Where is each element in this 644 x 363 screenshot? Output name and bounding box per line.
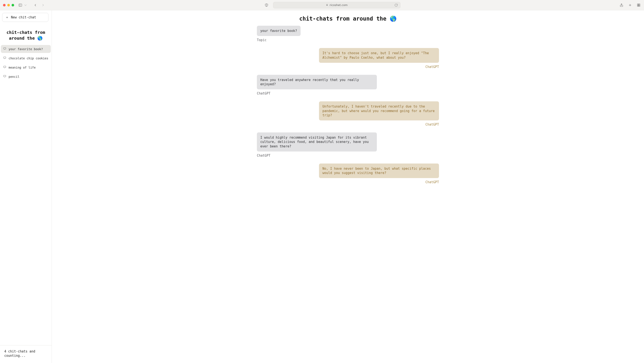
message-bubble: No, I have never been to Japan, but what… [319, 164, 439, 178]
message-row: Have you traveled anywhere recently that… [257, 75, 439, 96]
chat-bubble-icon [3, 75, 6, 78]
address-bar-host: ricoshet.com [330, 4, 348, 7]
maximize-window-button[interactable] [12, 4, 14, 6]
forward-button[interactable] [41, 3, 46, 8]
message-row: It's hard to choose just one, but I real… [257, 48, 439, 69]
window-controls [3, 4, 14, 6]
message-bubble: Unfortunately, I haven't traveled recent… [319, 101, 439, 120]
chat-bubble-icon [3, 47, 6, 51]
message-sender: ChatGPT [426, 180, 439, 184]
bottom-fade [52, 348, 644, 363]
svg-rect-10 [639, 5, 640, 6]
message-sender: ChatGPT [257, 92, 270, 95]
message-sender: Topic [257, 38, 266, 42]
message-bubble: Have you traveled anywhere recently that… [257, 75, 377, 90]
new-chitchat-label: New chit-chat [11, 16, 36, 19]
message-row: your favorite book?Topic [257, 26, 439, 42]
back-button[interactable] [33, 3, 38, 8]
chitchat-list: your favorite book?chocolate chip cookie… [0, 45, 52, 345]
sidebar-item-chitchat[interactable]: meaning of life [1, 64, 51, 71]
sidebar-item-chitchat[interactable]: your favorite book? [1, 45, 51, 53]
message-thread: your favorite book?TopicIt's hard to cho… [257, 26, 439, 203]
sidebar-footer: 4 chit-chats and counting... [0, 345, 52, 363]
lock-icon [326, 4, 328, 7]
share-icon[interactable] [619, 3, 624, 8]
message-sender: ChatGPT [257, 154, 270, 158]
reload-button[interactable] [394, 3, 398, 8]
thread-scroll[interactable]: your favorite book?TopicIt's hard to cho… [52, 26, 644, 363]
chevron-down-icon[interactable] [23, 3, 28, 8]
sidebar-item-label: pencil [8, 75, 20, 78]
main-content: chit-chats from around the 🌎 your favori… [52, 10, 644, 363]
sidebar: ＋ New chit-chat chit-chats from around t… [0, 10, 52, 363]
sidebar-item-label: your favorite book? [8, 47, 43, 51]
sidebar-title: chit-chats from around the 🌎 [0, 24, 52, 45]
message-sender: ChatGPT [426, 65, 439, 69]
sidebar-item-chitchat[interactable]: chocolate chip cookies [1, 54, 51, 62]
chat-bubble-icon [3, 56, 6, 60]
close-window-button[interactable] [3, 4, 6, 6]
page-title: chit-chats from around the 🌎 [52, 10, 644, 26]
new-tab-button[interactable] [628, 3, 632, 8]
svg-rect-3 [326, 5, 328, 6]
message-bubble: your favorite book? [257, 26, 300, 36]
app-root: ＋ New chit-chat chit-chats from around t… [0, 10, 644, 363]
address-bar[interactable]: ricoshet.com [273, 2, 400, 8]
svg-rect-9 [637, 5, 638, 6]
sidebar-item-label: meaning of life [8, 66, 36, 69]
message-row: Unfortunately, I haven't traveled recent… [257, 101, 439, 126]
message-bubble: I would highly recommend visiting Japan … [257, 132, 377, 152]
message-sender: ChatGPT [426, 122, 439, 126]
tab-overview-icon[interactable] [636, 3, 641, 8]
sidebar-item-chitchat[interactable]: pencil [1, 73, 51, 80]
new-chitchat-button[interactable]: ＋ New chit-chat [2, 13, 48, 22]
minimize-window-button[interactable] [7, 4, 10, 6]
browser-toolbar: ricoshet.com [0, 0, 644, 10]
message-row: I would highly recommend visiting Japan … [257, 132, 439, 158]
chat-bubble-icon [3, 66, 6, 69]
message-row: No, I have never been to Japan, but what… [257, 164, 439, 184]
sidebar-item-label: chocolate chip cookies [8, 56, 48, 60]
svg-rect-0 [19, 4, 22, 6]
plus-icon: ＋ [5, 15, 9, 20]
message-bubble: It's hard to choose just one, but I real… [319, 48, 439, 63]
sidebar-toggle-icon[interactable] [18, 3, 23, 8]
svg-rect-7 [637, 4, 638, 5]
privacy-shield-icon[interactable] [264, 3, 269, 8]
svg-rect-8 [639, 4, 640, 5]
